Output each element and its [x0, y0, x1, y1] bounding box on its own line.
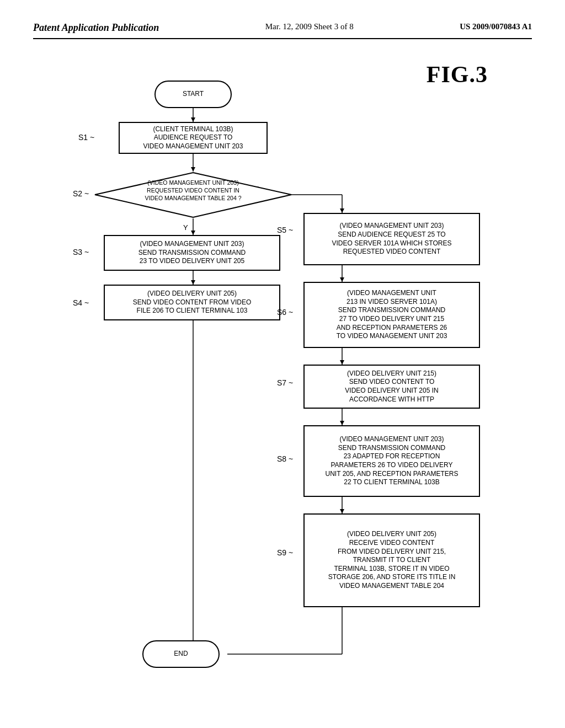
step-s6-text: (VIDEO MANAGEMENT UNIT 213 IN VIDEO SERV…	[337, 289, 447, 341]
svg-text:Y: Y	[183, 223, 188, 232]
publication-title: Patent Application Publication	[33, 22, 159, 34]
step-s9-text: (VIDEO DELIVERY UNIT 205) RECEIVE VIDEO …	[328, 530, 456, 590]
page-header: Patent Application Publication Mar. 12, …	[33, 22, 532, 39]
step-s5-label: S5 ~	[277, 226, 293, 234]
step-s3-text: (VIDEO MANAGEMENT UNIT 203) SEND TRANSMI…	[138, 240, 246, 266]
svg-marker-5	[191, 231, 195, 235]
step-s4-box: (VIDEO DELIVERY UNIT 205) SEND VIDEO CON…	[104, 285, 280, 320]
start-label: START	[183, 90, 204, 99]
step-s1-text: (CLIENT TERMINAL 103B) AUDIENCE REQUEST …	[143, 125, 243, 151]
step-s3-label: S3 ~	[73, 248, 89, 256]
step-s7-text: (VIDEO DELIVERY UNIT 215) SEND VIDEO CON…	[345, 370, 438, 404]
step-s9-label: S9 ~	[277, 548, 293, 557]
figure-label: FIG.3	[427, 61, 488, 88]
page: Patent Application Publication Mar. 12, …	[0, 0, 565, 728]
step-s8-box: (VIDEO MANAGEMENT UNIT 203) SEND TRANSMI…	[303, 425, 480, 497]
step-s9-box: (VIDEO DELIVERY UNIT 205) RECEIVE VIDEO …	[303, 513, 480, 607]
svg-marker-12	[191, 280, 195, 285]
step-s7-label: S7 ~	[277, 378, 293, 387]
step-s8-label: S8 ~	[277, 454, 293, 463]
svg-text:VIDEO MANAGEMENT TABLE 204 ?: VIDEO MANAGEMENT TABLE 204 ?	[145, 195, 241, 201]
step-s5-box: (VIDEO MANAGEMENT UNIT 203) SEND AUDIENC…	[303, 213, 480, 265]
end-label: END	[174, 650, 188, 659]
step-s4-text: (VIDEO DELIVERY UNIT 205) SEND VIDEO CON…	[133, 290, 251, 315]
svg-marker-17	[340, 277, 344, 282]
step-s6-label: S6 ~	[277, 308, 293, 317]
svg-text:(VIDEO MANAGEMENT UNIT 203): (VIDEO MANAGEMENT UNIT 203)	[147, 179, 238, 186]
end-box: END	[142, 640, 220, 668]
sheet-info: Mar. 12, 2009 Sheet 3 of 8	[265, 22, 354, 31]
step-s2-diamond: (VIDEO MANAGEMENT UNIT 203) REQUESTED VI…	[94, 172, 292, 218]
svg-marker-1	[191, 117, 195, 122]
step-s3-box: (VIDEO MANAGEMENT UNIT 203) SEND TRANSMI…	[104, 235, 280, 271]
svg-marker-21	[340, 421, 344, 425]
svg-marker-19	[340, 360, 344, 365]
step-s8-text: (VIDEO MANAGEMENT UNIT 203) SEND TRANSMI…	[326, 435, 459, 487]
start-box: START	[154, 81, 232, 108]
svg-marker-9	[340, 208, 344, 213]
patent-number: US 2009/0070843 A1	[460, 22, 532, 31]
diagram-area: FIG.3 Y N	[33, 56, 532, 690]
step-s2-label: S2 ~	[73, 189, 89, 198]
step-s4-label: S4 ~	[73, 298, 89, 307]
step-s1-label: S1 ~	[78, 133, 94, 142]
step-s1-box: (CLIENT TERMINAL 103B) AUDIENCE REQUEST …	[119, 122, 268, 154]
step-s7-box: (VIDEO DELIVERY UNIT 215) SEND VIDEO CON…	[303, 365, 480, 409]
step-s6-box: (VIDEO MANAGEMENT UNIT 213 IN VIDEO SERV…	[303, 282, 480, 348]
svg-text:REQUESTED VIDEO CONTENT IN: REQUESTED VIDEO CONTENT IN	[147, 187, 239, 194]
svg-marker-23	[340, 509, 344, 513]
svg-marker-3	[191, 167, 195, 172]
step-s5-text: (VIDEO MANAGEMENT UNIT 203) SEND AUDIENC…	[332, 222, 452, 256]
